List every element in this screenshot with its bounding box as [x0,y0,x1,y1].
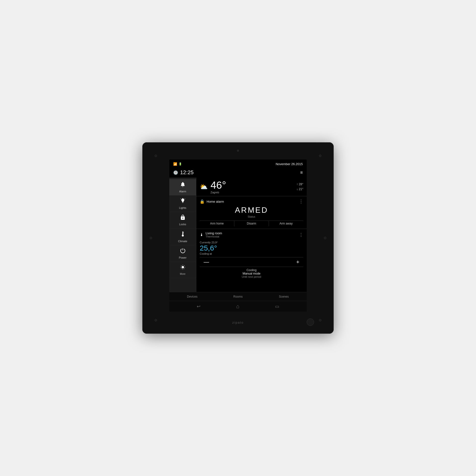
alarm-status-label: Status [200,215,303,218]
weather-city: Zagreb [210,191,226,194]
alarm-lock-icon: 🔒 [200,199,205,204]
disarm-button[interactable]: Disarm [234,221,269,226]
weather-temperature: 46° [210,180,226,190]
thermostat-menu-icon[interactable]: ⋮ [299,232,303,238]
thermostat-subtitle: Thermostat [206,235,222,238]
sidebar-item-climate[interactable]: Climate [169,228,196,245]
sidebar-item-lights[interactable]: Lights [169,196,196,212]
device-body: zipato 📶 🔋 November 26.2015 🕐 12:25 ≡ [142,142,334,334]
brand-label: zipato [232,321,244,324]
thermostat-cooling-at: Cooling at [200,252,303,255]
thermostat-controls: — + [200,257,303,267]
svg-line-1 [180,199,181,199]
sidebar-item-alarm[interactable]: Alarm [169,179,196,196]
svg-point-4 [182,235,184,237]
weather-info: 46° Zagreb [210,180,226,194]
thermostat-header: 🌡 Living room Thermostat ⋮ [200,231,303,238]
alarm-status-text: ARMED [200,206,303,215]
thermostat-icon: 🌡 [200,233,204,237]
sidebar-power-label: Power [179,256,187,259]
locks-icon [180,214,186,222]
android-nav: ↩ ⌂ ▭ [169,301,307,312]
screw-tl [154,154,157,157]
weather-card: ⛅ 46° Zagreb ↑ 28° ↓ 21° [196,178,307,196]
sidebar-lights-label: Lights [179,206,186,209]
status-date: November 26.2015 [275,162,303,166]
svg-line-2 [185,199,185,199]
sidebar-item-locks[interactable]: Locks [169,212,196,228]
sidebar-item-power[interactable]: Power [169,245,196,262]
alarm-title: Home alarm [207,200,224,204]
sidebar-item-scenes[interactable]: More [169,262,196,278]
svg-rect-3 [182,231,183,235]
thermostat-decrease-button[interactable]: — [200,259,213,265]
android-back-button[interactable]: ↩ [197,304,201,309]
lights-icon [180,198,186,205]
clock-time-value: 12:25 [180,169,194,176]
screw-tr [319,154,322,157]
bottom-nav: Devices Rooms Scenes ↩ ⌂ ▭ [169,292,307,312]
wifi-icon: 📶 [173,162,177,166]
thermostat-manual-mode: Manual mode [200,272,303,275]
alarm-buttons: Arm home Disarm Arm away [200,221,303,226]
android-recent-button[interactable]: ▭ [275,304,279,309]
clock-icon: 🕐 [173,170,178,175]
weather-down-arrow: ↓ [297,187,299,191]
hamburger-menu[interactable]: ≡ [300,170,303,175]
tab-scenes[interactable]: Scenes [261,292,307,301]
tab-rooms[interactable]: Rooms [215,292,261,301]
thermostat-title-row: 🌡 Living room Thermostat [200,231,222,238]
sidebar-alarm-label: Alarm [179,190,186,193]
power-icon [180,248,186,255]
svg-point-8 [182,266,184,268]
screw-bl [154,319,157,322]
physical-home-button[interactable] [307,319,314,326]
screw-mr [324,237,326,239]
android-home-button[interactable]: ⌂ [236,303,239,310]
thermostat-mode: Cooling [200,268,303,272]
screw-br [319,319,322,322]
status-icons: 📶 🔋 [173,162,182,166]
clock-display: 🕐 12:25 [173,169,194,176]
alarm-title-row: 🔒 Home alarm [200,199,224,204]
status-bar: 📶 🔋 November 26.2015 [169,159,307,168]
scenes-icon [180,264,186,272]
weather-high: ↑ 28° [297,182,304,187]
weather-low: ↓ 21° [297,187,304,192]
thermostat-title: Living room [206,231,222,235]
climate-icon [180,231,185,239]
alarm-card: 🔒 Home alarm ⋮ ARMED Status Arm home Dis… [196,196,307,229]
camera-dot [237,150,239,152]
tab-devices[interactable]: Devices [169,292,215,301]
thermostat-card: 🌡 Living room Thermostat ⋮ Currently 23,… [196,229,307,292]
main-content: Alarm Lights [169,178,307,292]
alarm-menu-icon[interactable]: ⋮ [299,199,303,204]
arm-away-button[interactable]: Arm away [269,221,303,226]
screw-ml [150,237,152,239]
sidebar-climate-label: Climate [178,240,187,243]
battery-icon: 🔋 [179,162,182,166]
sidebar: Alarm Lights [169,178,196,292]
sidebar-locks-label: Locks [179,223,186,226]
weather-icon: ⛅ [200,183,208,191]
weather-up-arrow: ↑ [297,183,299,186]
thermostat-titles: Living room Thermostat [206,231,222,238]
alarm-icon [180,182,186,189]
alarm-header: 🔒 Home alarm ⋮ [200,199,303,204]
thermostat-manual-sub: Until next period [200,275,303,278]
right-panel: ⛅ 46° Zagreb ↑ 28° ↓ 21° [196,178,307,292]
bottom-tabs: Devices Rooms Scenes [169,292,307,301]
screen: 📶 🔋 November 26.2015 🕐 12:25 ≡ [169,159,307,312]
thermostat-current-temp: Currently 23,9° [200,241,303,244]
sidebar-scenes-label: More [180,272,186,275]
weather-minmax: ↑ 28° ↓ 21° [297,182,304,191]
clock-bar: 🕐 12:25 ≡ [169,168,307,178]
arm-home-button[interactable]: Arm home [200,221,234,226]
thermostat-set-temp: 25,6° [200,244,303,252]
thermostat-increase-button[interactable]: + [292,259,303,265]
